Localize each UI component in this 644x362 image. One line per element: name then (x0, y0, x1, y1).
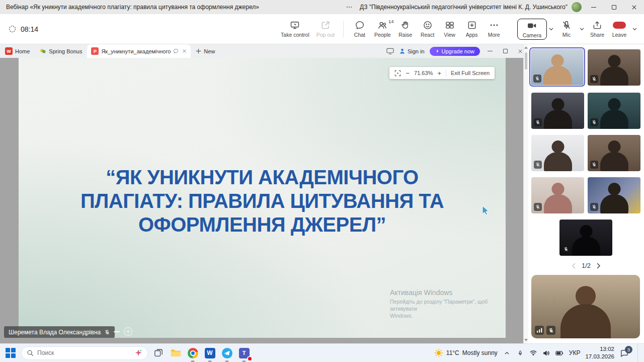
camera-button[interactable]: Camera (517, 19, 547, 40)
weather-widget[interactable]: 11°C Mostly sunny (434, 348, 498, 357)
participant-video[interactable] (531, 135, 584, 171)
zoom-in-button[interactable]: + (437, 70, 441, 77)
start-button[interactable] (4, 346, 17, 359)
mic-button[interactable]: Mic (555, 18, 578, 40)
mic-muted-badge (590, 75, 598, 83)
chat-icon (355, 20, 365, 30)
minimize-icon (488, 51, 493, 51)
camera-options-chevron-icon[interactable] (547, 26, 555, 32)
mic-muted-badge (590, 118, 598, 126)
self-video-tile[interactable] (531, 275, 640, 338)
participants-pager: 1/2 (528, 262, 644, 269)
exit-fullscreen-button[interactable]: Exit Full Screen (451, 70, 490, 76)
participant-video[interactable] (531, 177, 584, 213)
chat-button[interactable]: Chat (349, 18, 371, 40)
wifi-icon[interactable] (529, 347, 538, 358)
wps-maximize-button[interactable] (500, 46, 510, 56)
search-highlights-icon[interactable] (134, 349, 142, 357)
pager-next-icon[interactable] (597, 263, 601, 269)
notification-center-button[interactable]: 3 (620, 349, 628, 357)
cast-screen-icon[interactable] (386, 48, 394, 54)
spring-bonus-icon (40, 48, 46, 54)
fit-selection-icon[interactable] (394, 70, 401, 77)
pager-prev-icon[interactable] (572, 263, 576, 269)
close-button[interactable] (624, 0, 644, 14)
react-button[interactable]: React (417, 18, 439, 40)
scrollbar-thumb[interactable] (525, 52, 527, 69)
battery-icon[interactable] (555, 347, 564, 358)
document-scrollbar[interactable] (523, 44, 528, 343)
more-button[interactable]: More (483, 18, 505, 40)
share-button[interactable]: Share (586, 18, 608, 40)
search-input[interactable] (37, 349, 113, 356)
shared-screen: − 71.63% + Exit Full Screen “ЯК УНИКНУТИ… (0, 58, 523, 343)
show-desktop-button[interactable] (637, 344, 639, 362)
participant-video[interactable] (588, 135, 640, 171)
task-view-button[interactable] (152, 346, 165, 359)
tab-spring-bonus[interactable]: Spring Bonus (35, 44, 87, 58)
people-button[interactable]: 14 People (371, 18, 394, 40)
mouse-cursor (482, 205, 490, 217)
view-button[interactable]: View (439, 18, 461, 40)
teams-notification-dot (247, 356, 253, 361)
take-control-icon (290, 20, 300, 30)
upgrade-now-button[interactable]: Upgrade now (430, 47, 480, 56)
participant-video-active-speaker[interactable] (531, 49, 584, 85)
share-icon (592, 20, 602, 30)
tab-close-icon[interactable] (181, 49, 187, 53)
titlebar-right: ДЗ "Південноукраїнський педагогічний уні… (343, 0, 644, 14)
clock-widget[interactable]: 13:02 17.03.2026 (585, 345, 614, 360)
telegram-button[interactable] (220, 346, 233, 359)
mic-muted-badge (546, 326, 555, 335)
new-tab-button[interactable]: New (191, 44, 220, 58)
participant-video[interactable] (559, 220, 612, 256)
titlebar-more-icon[interactable] (343, 4, 356, 11)
mic-muted-badge (590, 161, 598, 169)
participant-video[interactable] (531, 93, 584, 129)
desktop: Вебінар «Як уникнути академічного плагіа… (0, 0, 644, 362)
participant-video[interactable] (588, 49, 640, 86)
overlay-plus-button[interactable] (124, 327, 132, 336)
scroll-up-icon[interactable] (524, 46, 528, 49)
mic-options-chevron-icon[interactable] (578, 26, 586, 32)
self-status-badges (535, 326, 555, 335)
leave-button[interactable]: Leave (608, 18, 630, 40)
user-icon (399, 48, 406, 54)
tab-home[interactable]: W Home (0, 44, 35, 58)
participant-video[interactable] (588, 93, 640, 129)
toolbar-divider (343, 21, 344, 38)
close-icon (631, 5, 637, 10)
take-control-button[interactable]: Take control (277, 18, 313, 40)
sign-in-button[interactable]: Sign in (399, 48, 425, 54)
more-icon (489, 20, 499, 30)
teams-button[interactable]: T (237, 346, 251, 359)
mic-muted-badge (590, 203, 598, 211)
zoom-out-button[interactable]: − (406, 70, 410, 77)
raise-hand-button[interactable]: Raise (394, 18, 417, 40)
overlay-minus-button[interactable] (114, 331, 120, 332)
apps-button[interactable]: Apps (461, 18, 483, 40)
mic-muted-badge (533, 75, 541, 83)
word-button[interactable]: W (203, 346, 216, 359)
maximize-button[interactable] (604, 0, 624, 14)
wps-minimize-button[interactable] (485, 46, 495, 56)
apps-icon (467, 20, 477, 30)
participant-video[interactable] (588, 177, 640, 213)
tab-comment-icon (173, 48, 179, 54)
tab-document-active[interactable]: P Як_уникнути_академічного (87, 44, 191, 58)
chrome-button[interactable] (186, 346, 199, 359)
volume-icon[interactable] (542, 347, 551, 358)
toolbar-device-group: Camera Mic Share Leave (517, 18, 639, 40)
weather-temp: 11°C (446, 349, 459, 356)
taskbar-search[interactable] (21, 346, 148, 360)
tray-expand-chevron-icon[interactable] (503, 347, 512, 358)
minimize-button[interactable] (584, 0, 604, 14)
scroll-down-icon[interactable] (524, 339, 528, 341)
language-indicator[interactable]: УКР (569, 349, 581, 356)
file-explorer-button[interactable] (169, 346, 182, 359)
tray-mic-icon[interactable] (516, 347, 525, 358)
leave-options-chevron-icon[interactable] (630, 26, 639, 32)
account-avatar[interactable] (572, 2, 582, 12)
pop-out-button[interactable]: Pop out (313, 18, 338, 40)
raise-hand-icon (400, 20, 411, 30)
